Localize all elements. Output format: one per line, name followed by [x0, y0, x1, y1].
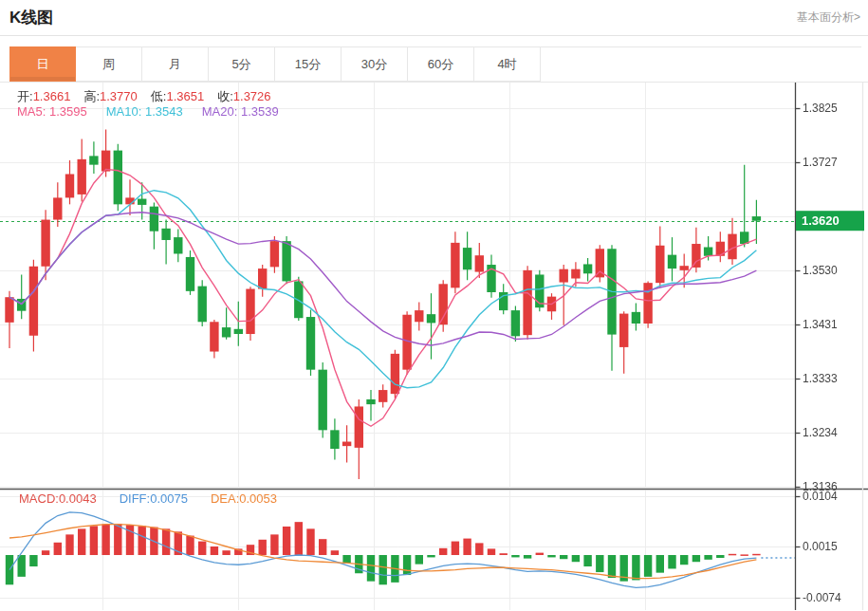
- tab-month[interactable]: 月: [142, 46, 209, 82]
- kline-canvas[interactable]: [0, 83, 868, 610]
- tab-60min[interactable]: 60分: [408, 46, 474, 82]
- interval-tab-bar: 日 周 月 5分 15分 30分 60分 4时: [9, 46, 868, 82]
- tab-4hour[interactable]: 4时: [474, 46, 541, 82]
- tab-5min[interactable]: 5分: [209, 46, 275, 82]
- tab-15min[interactable]: 15分: [275, 46, 342, 82]
- tab-bar-filler: [541, 46, 861, 82]
- fundamental-analysis-link[interactable]: 基本面分析>: [797, 9, 860, 26]
- chart-area: 开:1.3661高:1.3770低:1.3651收:1.3726 MA5: 1.…: [0, 82, 868, 610]
- page-title: K线图: [9, 7, 53, 28]
- tab-30min[interactable]: 30分: [342, 46, 408, 82]
- tab-day[interactable]: 日: [9, 46, 76, 82]
- tab-week[interactable]: 周: [76, 46, 142, 82]
- widget-header: K线图 基本面分析>: [0, 0, 868, 36]
